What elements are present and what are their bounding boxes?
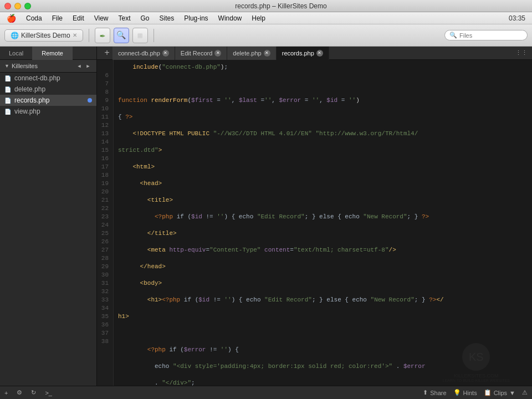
sidebar-folder-label: Killersites	[12, 63, 38, 69]
ln: 24	[97, 221, 113, 229]
sidebar-file-records[interactable]: 📄 records.php	[0, 95, 96, 106]
code-line: <meta http-equiv="Content-Type" content=…	[118, 246, 528, 254]
tab-records-php[interactable]: records.php ✕	[277, 47, 329, 60]
menu-text[interactable]: Text	[114, 13, 135, 23]
grid-icon: ▦	[137, 30, 142, 40]
pencil-icon: ✒	[100, 30, 105, 41]
menu-coda[interactable]: Coda	[22, 13, 47, 23]
sidebar-file-view-label: view.php	[14, 108, 40, 115]
tab-close-edit-record[interactable]: ✕	[214, 50, 221, 57]
menu-help[interactable]: Help	[247, 13, 270, 23]
modified-indicator	[88, 98, 92, 103]
menu-file[interactable]: File	[48, 13, 67, 23]
ln: 29	[97, 263, 113, 271]
code-line: <title>	[118, 196, 528, 204]
zoom-button[interactable]	[24, 3, 31, 9]
share-button[interactable]: ⬆ Share	[423, 389, 446, 396]
apple-menu[interactable]: 🍎	[2, 14, 21, 23]
new-tab-button[interactable]: +	[101, 48, 112, 59]
menu-window[interactable]: Window	[214, 13, 247, 23]
ln: 16	[97, 155, 113, 163]
ln: 27	[97, 246, 113, 254]
ln: 31	[97, 279, 113, 288]
ln: 17	[97, 163, 113, 171]
settings-button[interactable]: ⚙	[17, 389, 22, 396]
ln: 12	[97, 121, 113, 130]
ln: 19	[97, 180, 113, 188]
warning-button[interactable]: ⚠	[522, 389, 528, 396]
tab-label-connect-db: connect-db.php	[118, 50, 160, 57]
menu-view[interactable]: View	[90, 13, 113, 23]
menu-plugins[interactable]: Plug-ins	[180, 13, 212, 23]
ln: 15	[97, 146, 113, 155]
sidebar-file-connect-db-label: connect-db.php	[14, 74, 60, 82]
sidebar-forward-button[interactable]: ▶	[84, 62, 92, 70]
tab-close-records-php[interactable]: ✕	[316, 50, 323, 57]
sidebar-back-button[interactable]: ◀	[75, 62, 83, 70]
watermark: KS KILLERSITES.COM LEARN TO BUILD KILLER…	[442, 343, 510, 382]
code-container[interactable]: 6 7 8 9 10 11 12 13 14 15 16 17 18 19 20…	[97, 60, 532, 386]
share-label: Share	[430, 390, 446, 396]
tab-connect-db[interactable]: connect-db.php ✕	[112, 47, 175, 60]
add-button[interactable]: +	[4, 390, 8, 396]
code-line: <body>	[118, 279, 528, 288]
local-tab[interactable]: Local	[0, 47, 33, 60]
menu-sites[interactable]: Sites	[155, 13, 179, 23]
title-bar: records.php – KillerSites Demo	[0, 0, 532, 12]
toolbar: 🌐 KillerSites Demo ✕ ✒ 🔍 ▦ 🔍	[0, 24, 532, 47]
ln: 14	[97, 138, 113, 146]
watermark-text: KILLERSITES.COM	[454, 373, 499, 378]
warning-icon: ⚠	[522, 389, 528, 396]
site-selector[interactable]: 🌐 KillerSites Demo ✕	[4, 29, 83, 42]
file-icon: 📄	[4, 86, 11, 93]
close-button[interactable]	[4, 3, 11, 9]
terminal-button[interactable]: >_	[45, 390, 52, 396]
hints-button[interactable]: 💡 Hints	[453, 389, 477, 396]
ln: 33	[97, 296, 113, 304]
sidebar-file-view[interactable]: 📄 view.php	[0, 106, 96, 117]
site-remove-icon[interactable]: ✕	[73, 32, 77, 38]
tab-overflow-button[interactable]: ⋮⋮	[515, 49, 532, 57]
ln: 23	[97, 213, 113, 221]
remote-tab[interactable]: Remote	[33, 47, 73, 60]
search-input[interactable]	[459, 32, 523, 39]
clock: 03:35	[509, 14, 530, 22]
search-box[interactable]: 🔍	[444, 30, 528, 40]
menu-go[interactable]: Go	[136, 13, 154, 23]
clips-button[interactable]: 📋 Clips ▼	[484, 389, 515, 396]
minimize-button[interactable]	[14, 3, 21, 9]
status-bar: + ⚙ ↻ >_ ⬆ Share 💡 Hints 📋 Clips ▼ ⚠	[0, 386, 532, 399]
magnify-icon: 🔍	[116, 30, 126, 40]
ln: 9	[97, 96, 113, 105]
tab-close-delete-php[interactable]: ✕	[264, 50, 270, 57]
clips-label: Clips	[494, 390, 507, 396]
clips-icon: 📋	[484, 389, 492, 396]
menu-edit[interactable]: Edit	[68, 13, 89, 23]
code-line: <html>	[118, 163, 528, 171]
sync-button[interactable]: ↻	[31, 389, 36, 396]
menu-bar: 🍎 Coda File Edit View Text Go Sites Plug…	[0, 12, 532, 24]
code-line: <head>	[118, 180, 528, 188]
grid-view-button[interactable]: ▦	[132, 28, 148, 43]
hints-icon: 💡	[453, 389, 461, 396]
sidebar-file-connect-db[interactable]: 📄 connect-db.php	[0, 73, 96, 84]
tab-label-edit-record: Edit Record	[181, 50, 212, 57]
sidebar-file-delete[interactable]: 📄 delete.php	[0, 84, 96, 95]
top-tabs-row: Local Remote + connect-db.php ✕ Edit Rec…	[0, 47, 532, 60]
sidebar-header: ▼ Killersites ◀ ▶	[0, 60, 96, 73]
ln: 20	[97, 188, 113, 196]
line-numbers: 6 7 8 9 10 11 12 13 14 15 16 17 18 19 20…	[97, 60, 114, 386]
hints-label: Hints	[463, 390, 477, 396]
tab-close-connect-db[interactable]: ✕	[162, 50, 169, 57]
edit-button[interactable]: ✒	[95, 28, 110, 43]
ln: 13	[97, 130, 113, 138]
file-icon: 📄	[4, 109, 11, 115]
ln: 21	[97, 196, 113, 204]
file-icon: 📄	[4, 75, 11, 81]
tab-edit-record[interactable]: Edit Record ✕	[175, 47, 227, 60]
tab-delete-php[interactable]: delete.php ✕	[227, 47, 276, 60]
code-editor[interactable]: include("connect-db.php"); function rend…	[114, 60, 532, 386]
code-line	[118, 329, 528, 337]
preview-button[interactable]: 🔍	[114, 28, 129, 43]
ln	[97, 63, 113, 71]
